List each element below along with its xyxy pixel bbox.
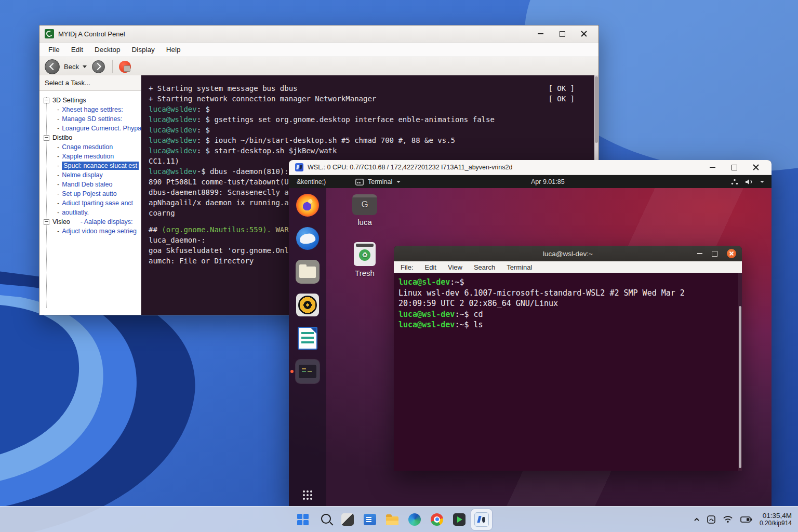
- tree-task-link[interactable]: Adiuct tparting sase anct: [62, 200, 133, 207]
- terminal-dock-icon[interactable]: [295, 359, 320, 384]
- maximize-icon[interactable]: [559, 31, 565, 37]
- tree-item[interactable]: -aoutliatly.: [39, 208, 141, 217]
- desktop-icon-trash[interactable]: Tresh: [342, 242, 388, 277]
- back-button[interactable]: [45, 59, 60, 74]
- menu-item-help[interactable]: Help: [161, 46, 187, 54]
- battery-icon[interactable]: [740, 516, 752, 523]
- maximize-icon[interactable]: [731, 164, 737, 170]
- terminal-line: luca@wsldev: $: [149, 125, 598, 135]
- brand-logo-icon[interactable]: [119, 61, 131, 73]
- minimize-icon[interactable]: [537, 31, 543, 37]
- terminal-text: : $: [197, 105, 210, 113]
- menu-item-file[interactable]: File: [43, 46, 65, 54]
- wsl-taskbar-button[interactable]: [471, 509, 492, 530]
- ime-language-icon[interactable]: [707, 515, 715, 524]
- tree-item[interactable]: -Xheset hage settlres:: [39, 105, 141, 114]
- media-taskbar-button[interactable]: [449, 509, 470, 530]
- tree-item[interactable]: -Xapple mesdution: [39, 152, 141, 161]
- tree-task-link[interactable]: Adjuct vidoo mage setrieg: [62, 228, 137, 235]
- wsl-titlebar[interactable]: WSL.: 0 CPU: 0.7/7C10.68 / 172,422720123…: [289, 160, 772, 175]
- tree-task-link[interactable]: Spucl: ncanace slucat est: [62, 162, 139, 170]
- tree-item[interactable]: -Manage SD settines:: [39, 114, 141, 124]
- minimize-icon[interactable]: [709, 164, 715, 170]
- menu-item-file[interactable]: File:: [401, 263, 419, 271]
- mail-taskbar-button[interactable]: [360, 509, 380, 530]
- show-applications-icon[interactable]: [303, 490, 312, 500]
- scrollbar-thumb[interactable]: [595, 76, 598, 143]
- tree-task-link[interactable]: Mandl Deb staleo: [62, 181, 112, 188]
- tree-item[interactable]: -Mandl Deb staleo: [39, 180, 141, 189]
- control-panel-titlebar[interactable]: MYIDj A Control Penel: [39, 25, 598, 42]
- minimize-icon[interactable]: [697, 253, 702, 254]
- menu-item-display[interactable]: Display: [126, 46, 161, 54]
- start-taskbar-button[interactable]: [292, 509, 313, 530]
- menu-item-terminal[interactable]: Terminal: [501, 263, 538, 271]
- close-icon[interactable]: [753, 164, 759, 170]
- tree-item[interactable]: -Cnage mesdution: [39, 142, 141, 152]
- tree-task-link[interactable]: Loangure Cumeroct. Phypa: [62, 125, 141, 132]
- tree-task-link[interactable]: Manage SD settines:: [62, 115, 122, 123]
- tree-task-link[interactable]: Xheset hage settlres:: [62, 106, 123, 113]
- tree-task-link[interactable]: Nelme display: [62, 171, 103, 179]
- desktop: MYIDj A Control Penel FileEditDecktopDis…: [0, 0, 798, 532]
- tree-item[interactable]: 3D Settings: [39, 96, 141, 105]
- tree-bullet: -: [57, 181, 59, 188]
- tree-task-link[interactable]: Cnage mesdution: [62, 143, 113, 151]
- focused-app-menu[interactable]: Terminal: [355, 178, 401, 185]
- tree-item[interactable]: -Adjuct vidoo mage setrieg: [39, 227, 141, 236]
- tree-item[interactable]: Visleo- Aalaple displays:: [39, 217, 141, 227]
- volume-icon[interactable]: [745, 179, 753, 185]
- tree-expander-icon[interactable]: [44, 98, 49, 103]
- tree-bullet: -: [57, 153, 59, 160]
- terminal-titlebar[interactable]: luca@wsl-dev:~: [394, 246, 742, 261]
- tree-inline-link[interactable]: - Aalaple displays:: [81, 218, 133, 225]
- tree-task-link[interactable]: aoutliatly.: [62, 209, 89, 216]
- tray-clock[interactable]: 01:35,4M 0.20/kip914: [760, 512, 792, 527]
- forward-button[interactable]: [92, 60, 105, 73]
- tree-item[interactable]: -Spucl: ncanace slucat est: [39, 161, 141, 170]
- rhythmbox-dock-icon[interactable]: [295, 292, 320, 317]
- scrollbar-thumb[interactable]: [739, 306, 741, 468]
- chevron-down-icon[interactable]: [760, 181, 764, 183]
- tree-expander-icon[interactable]: [44, 135, 49, 141]
- menu-item-edit[interactable]: Edit: [65, 46, 89, 54]
- libreoffice-dock-icon[interactable]: [295, 326, 320, 351]
- gnome-clock[interactable]: Apr 9.01:85: [531, 178, 565, 185]
- maximize-icon[interactable]: [712, 251, 717, 257]
- edge-taskbar-button[interactable]: [404, 509, 425, 530]
- menu-item-edit[interactable]: Edit: [419, 263, 442, 271]
- files-dock-icon[interactable]: [295, 259, 320, 284]
- tree-item[interactable]: -Set up Pojest autto: [39, 189, 141, 198]
- network-icon[interactable]: [731, 179, 738, 185]
- tray-overflow-chevron-icon[interactable]: [694, 517, 700, 522]
- chrome-taskbar-button[interactable]: [427, 509, 447, 530]
- terminal-text: luca@wsldev: [149, 136, 197, 144]
- terminal-line: luca@wsl-dev:~$ cd: [398, 309, 737, 320]
- tree-task-link[interactable]: Set up Pojest autto: [62, 190, 117, 197]
- tree-item[interactable]: Distibo: [39, 133, 141, 142]
- tree-item[interactable]: -Loangure Cumeroct. Phypa: [39, 124, 141, 133]
- close-icon[interactable]: [581, 31, 587, 37]
- activities-button[interactable]: &kentine;): [289, 178, 326, 185]
- close-icon[interactable]: [727, 249, 736, 258]
- menu-item-decktop[interactable]: Decktop: [89, 46, 126, 54]
- tree-item[interactable]: -Nelme display: [39, 170, 141, 180]
- search-taskbar-button[interactable]: [315, 509, 336, 530]
- terminal-output[interactable]: luca@sl-dev:~$Linux wsl-dev 6.1007-micro…: [394, 273, 742, 471]
- tree-item[interactable]: -Adiuct tparting sase anct: [39, 198, 141, 208]
- thunderbird-dock-icon[interactable]: [295, 226, 320, 251]
- firefox-dock-icon[interactable]: [295, 193, 320, 218]
- task-tree: 3D Settings-Xheset hage settlres:-Manage…: [39, 90, 141, 315]
- tree-task-link[interactable]: Xapple mesdution: [62, 153, 114, 160]
- tree-expander-icon[interactable]: [44, 219, 49, 225]
- explorer-taskbar-button[interactable]: [382, 509, 403, 530]
- wifi-icon[interactable]: [723, 515, 733, 523]
- back-dropdown-icon[interactable]: [83, 65, 87, 68]
- menu-item-search[interactable]: Search: [468, 263, 501, 271]
- firefox-icon: [296, 194, 319, 217]
- desktop-icon-luca[interactable]: G luca: [342, 194, 388, 227]
- terminal-scrollbar[interactable]: [738, 273, 742, 471]
- menu-item-view[interactable]: View: [442, 263, 468, 271]
- taskview-taskbar-button[interactable]: [337, 509, 358, 530]
- tree-bullet: -: [57, 200, 59, 207]
